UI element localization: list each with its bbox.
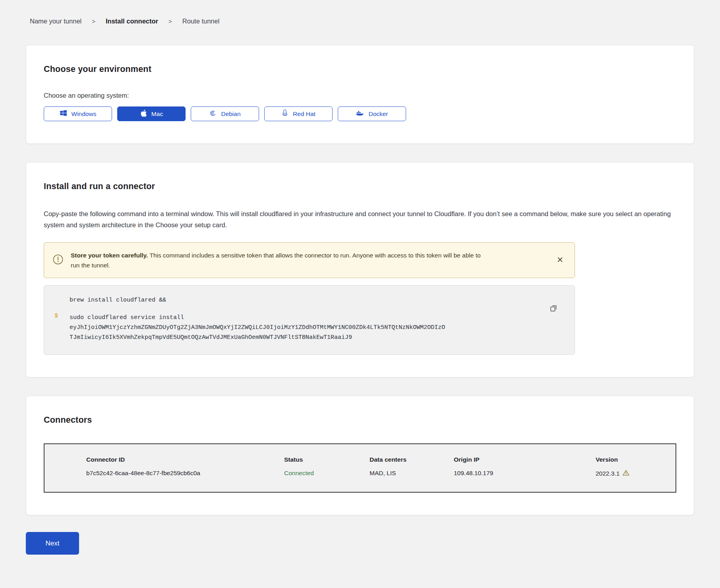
- os-select-label: Choose an operating system:: [44, 92, 676, 99]
- apple-logo-icon: [140, 109, 147, 119]
- token-warning-text: Store your token carefully. This command…: [71, 250, 482, 270]
- connector-id-value: b7c52c42-6caa-48ee-8c77-fbe259cb6c0a: [86, 470, 284, 478]
- sudo-command: sudo cloudflared service install: [70, 313, 445, 323]
- connectors-table: Connector ID Status Data centers Origin …: [44, 443, 676, 493]
- windows-logo-icon: [60, 109, 67, 118]
- shell-prompt: $: [54, 313, 70, 342]
- connectors-card: Connectors Connector ID Status Data cent…: [26, 396, 694, 515]
- os-button-windows[interactable]: Windows: [44, 106, 112, 121]
- install-command-with-token: sudo cloudflared service install eyJhIjo…: [70, 313, 445, 342]
- install-card-title: Install and run a connector: [44, 182, 676, 191]
- token-warning-title: Store your token carefully.: [71, 252, 148, 259]
- token-line-1: eyJhIjoiOWM1YjczYzhmZGNmZDUyOTg2ZjA3NmJm…: [70, 323, 445, 333]
- os-button-label: Windows: [72, 110, 97, 118]
- choose-environment-card: Choose your environment Choose an operat…: [26, 45, 694, 144]
- version-warning-triangle-icon: [623, 470, 629, 478]
- warning-close-button[interactable]: [555, 255, 565, 266]
- docker-whale-icon: [356, 110, 364, 118]
- header-data-centers: Data centers: [370, 456, 454, 463]
- install-card-description: Copy-paste the following command into a …: [44, 208, 676, 230]
- install-command-code-block[interactable]: brew install cloudflared && $ sudo cloud…: [44, 285, 575, 355]
- connector-data-centers-value: MAD, LIS: [370, 470, 454, 478]
- copy-command-button[interactable]: [548, 303, 559, 315]
- connectors-card-title: Connectors: [44, 415, 676, 425]
- brew-command: brew install cloudflared &&: [70, 295, 166, 305]
- connector-table-row: b7c52c42-6caa-48ee-8c77-fbe259cb6c0a Con…: [45, 463, 675, 492]
- os-button-group: Windows Mac Debian: [44, 106, 676, 121]
- breadcrumb-route-tunnel[interactable]: Route tunnel: [182, 17, 220, 25]
- os-button-label: Debian: [221, 110, 240, 118]
- breadcrumb-name-your-tunnel[interactable]: Name your tunnel: [30, 17, 81, 25]
- install-connector-card: Install and run a connector Copy-paste t…: [26, 162, 694, 377]
- token-warning-banner: Store your token carefully. This command…: [44, 242, 575, 278]
- os-button-label: Mac: [151, 110, 163, 118]
- code-line-service-install: $ sudo cloudflared service install eyJhI…: [54, 313, 547, 342]
- tux-penguin-icon: [281, 109, 288, 119]
- header-version: Version: [596, 456, 675, 463]
- code-line-brew: brew install cloudflared &&: [54, 295, 547, 305]
- os-button-redhat[interactable]: Red Hat: [264, 106, 333, 121]
- breadcrumb-install-connector[interactable]: Install connector: [106, 17, 158, 25]
- connector-origin-ip-value: 109.48.10.179: [454, 470, 596, 478]
- debian-logo-icon: [209, 109, 217, 118]
- close-icon: [557, 257, 563, 263]
- token-line-2: TJmIiwicyI6Ik5XVmhZekpqTmpVdE5UQmtOQzAwT…: [70, 333, 445, 342]
- tunnel-setup-page: Name your tunnel > Install connector > R…: [0, 0, 720, 566]
- copy-icon: [549, 308, 558, 314]
- os-button-mac[interactable]: Mac: [117, 106, 186, 121]
- prompt-spacer: [54, 295, 70, 305]
- breadcrumb-separator: >: [92, 18, 95, 25]
- connector-status-value: Connected: [284, 470, 370, 478]
- breadcrumb-separator: >: [168, 18, 172, 25]
- os-button-label: Red Hat: [293, 110, 315, 118]
- breadcrumb: Name your tunnel > Install connector > R…: [30, 17, 694, 25]
- connectors-table-header: Connector ID Status Data centers Origin …: [45, 444, 675, 463]
- os-button-label: Docker: [368, 110, 388, 118]
- next-button[interactable]: Next: [26, 532, 79, 555]
- header-origin-ip: Origin IP: [454, 456, 596, 463]
- os-button-docker[interactable]: Docker: [338, 106, 406, 121]
- environment-card-title: Choose your environment: [44, 64, 676, 74]
- alert-circle-icon: [53, 254, 63, 267]
- header-status: Status: [284, 456, 370, 463]
- os-button-debian[interactable]: Debian: [191, 106, 259, 121]
- connector-version-value: 2022.3.1: [596, 470, 619, 477]
- header-connector-id: Connector ID: [86, 456, 284, 463]
